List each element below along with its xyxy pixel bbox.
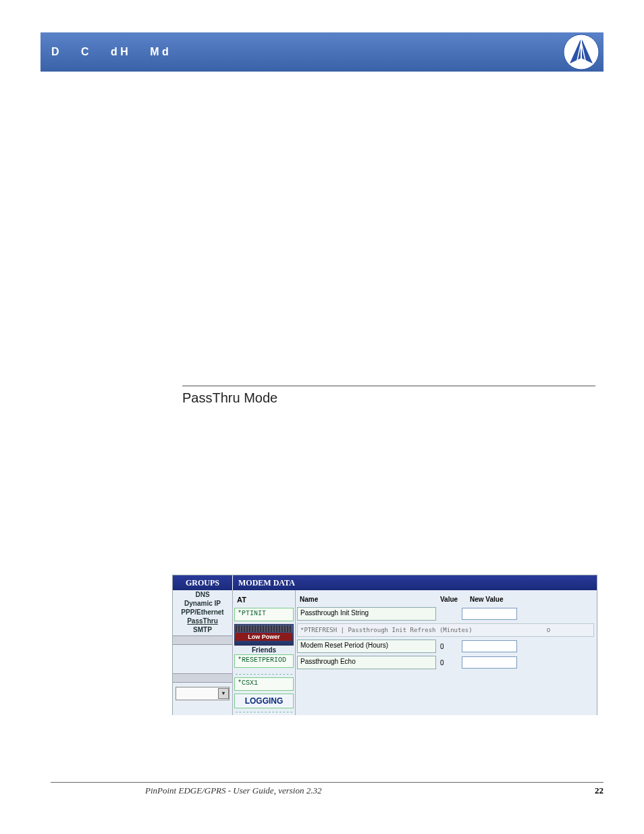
data-row: Passthrough Echo 0	[296, 656, 597, 672]
app-window: GROUPS MODEM DATA DNS Dynamic IP PPP/Eth…	[172, 575, 597, 715]
header-letter: C	[81, 46, 89, 58]
data-row: Passthrough Init String	[296, 607, 597, 623]
sidebar-item-passthru[interactable]: PassThru	[173, 617, 232, 625]
logging-button[interactable]: LOGGING	[234, 694, 294, 708]
section-heading: PassThru Mode	[182, 386, 595, 406]
row-input[interactable]	[462, 640, 517, 652]
row-name: Passthrough Init String	[297, 607, 436, 621]
friends-label[interactable]: Friends	[234, 646, 294, 654]
sidebar-item-ppp-ethernet[interactable]: PPP/Ethernet	[173, 608, 232, 617]
brand-logo-icon	[563, 34, 599, 70]
row-name: Passthrough Echo	[297, 656, 436, 669]
separator-dashes: ----------------	[233, 671, 295, 677]
embedded-screenshot: GROUPS MODEM DATA DNS Dynamic IP PPP/Eth…	[172, 575, 597, 715]
sidebar-scrollbar[interactable]	[173, 673, 232, 683]
sidebar-item-dynamic-ip[interactable]: Dynamic IP	[173, 599, 232, 608]
row-value: 0	[439, 643, 459, 650]
tab-groups[interactable]: GROUPS	[173, 575, 233, 590]
low-power-banner: Low Power	[234, 624, 294, 646]
row-value: 0	[547, 627, 550, 633]
at-command-cell: *RESETPERIOD	[234, 654, 294, 668]
at-command-cell: *CSX1	[234, 677, 294, 691]
at-column: AT *PTINIT Low Power Friends *RESETPERIO…	[233, 590, 296, 715]
header-letters: D C d H M d	[51, 46, 188, 58]
header-new-value: New Value	[470, 596, 597, 603]
row-name: *PTREFRESH | Passthrough Init Refresh (M…	[300, 627, 473, 633]
app-tab-row: GROUPS MODEM DATA	[173, 575, 597, 590]
header-letter: D	[51, 46, 59, 58]
tab-modem-data[interactable]: MODEM DATA	[233, 575, 597, 590]
chevron-down-icon: ▾	[218, 688, 229, 699]
column-headers: Name Value New Value	[296, 590, 597, 607]
top-header-bar: D C d H M d	[41, 32, 603, 72]
row-name: Modem Reset Period (Hours)	[297, 640, 436, 653]
sidebar-dropdown[interactable]: ▾	[176, 687, 230, 700]
row-input[interactable]	[462, 656, 517, 669]
at-command-cell: *PTINIT	[234, 608, 294, 621]
row-value: 0	[439, 659, 459, 667]
header-letter: d H	[111, 46, 128, 58]
at-column-header: AT	[233, 590, 295, 608]
header-value: Value	[440, 596, 470, 603]
sidebar-scrollbar[interactable]	[173, 635, 232, 645]
main-data-area: Name Value New Value Passthrough Init St…	[296, 590, 597, 715]
data-row-overlay: *PTREFRESH | Passthrough Init Refresh (M…	[297, 623, 594, 637]
header-letter: M d	[150, 46, 169, 58]
header-name: Name	[296, 596, 440, 603]
sidebar-item-smtp[interactable]: SMTP	[173, 625, 232, 634]
sidebar-item-dns[interactable]: DNS	[173, 590, 232, 599]
low-power-label: Low Power	[236, 633, 292, 641]
row-input[interactable]	[462, 608, 517, 620]
footer-text: PinPoint EDGE/GPRS - User Guide, version…	[145, 785, 321, 796]
page-footer: PinPoint EDGE/GPRS - User Guide, version…	[51, 782, 603, 796]
separator-dashes: ----------------	[233, 708, 295, 715]
groups-sidebar: DNS Dynamic IP PPP/Ethernet PassThru SMT…	[173, 590, 233, 715]
page-number: 22	[595, 785, 603, 796]
data-row: Modem Reset Period (Hours) 0	[296, 640, 597, 656]
